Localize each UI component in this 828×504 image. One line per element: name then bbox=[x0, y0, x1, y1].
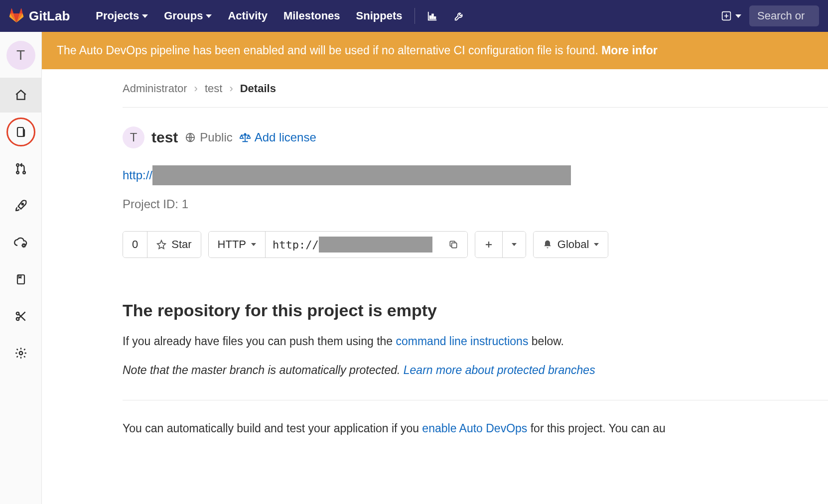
nav-activity-label: Activity bbox=[228, 9, 267, 22]
rocket-icon bbox=[14, 199, 27, 212]
nav-activity[interactable]: Activity bbox=[220, 4, 275, 27]
breadcrumb-separator: › bbox=[194, 82, 198, 95]
svg-point-9 bbox=[22, 245, 25, 247]
breadcrumb-item[interactable]: Administrator bbox=[123, 82, 187, 95]
push-prefix: If you already have files you can push t… bbox=[123, 335, 396, 348]
banner-link[interactable]: More infor bbox=[601, 44, 657, 57]
action-button-row: 0 Star HTTP http:// bbox=[123, 231, 828, 258]
add-dropdown-group bbox=[475, 231, 526, 258]
svg-point-7 bbox=[23, 171, 25, 174]
home-icon bbox=[14, 89, 27, 102]
sidebar-project-home[interactable] bbox=[0, 78, 42, 113]
copy-icon bbox=[448, 240, 458, 250]
chevron-down-icon bbox=[512, 243, 517, 246]
cloud-gear-icon bbox=[14, 236, 28, 250]
svg-rect-0 bbox=[429, 16, 431, 19]
project-url-link[interactable]: http:// bbox=[123, 168, 152, 182]
nav-projects[interactable]: Projects bbox=[88, 4, 156, 27]
svg-point-5 bbox=[16, 164, 19, 166]
svg-rect-1 bbox=[432, 14, 433, 18]
gitlab-brand-text: GitLab bbox=[29, 8, 70, 24]
add-button[interactable] bbox=[475, 232, 503, 257]
navbar-divider bbox=[414, 8, 415, 24]
nav-groups[interactable]: Groups bbox=[156, 4, 220, 27]
cli-instructions-link[interactable]: command line instructions bbox=[396, 335, 529, 348]
autodevops-text: You can automatically build and test you… bbox=[123, 420, 828, 436]
project-url-display: http:// bbox=[123, 165, 828, 185]
section-divider bbox=[123, 400, 828, 400]
push-instructions-text: If you already have files you can push t… bbox=[123, 333, 828, 349]
note-prefix: Note that the master branch is automatic… bbox=[123, 364, 404, 377]
push-suffix: below. bbox=[528, 335, 564, 348]
protected-branch-note: Note that the master branch is automatic… bbox=[123, 362, 828, 378]
add-dropdown-toggle[interactable] bbox=[503, 232, 526, 257]
merge-request-icon bbox=[14, 162, 27, 175]
plus-icon bbox=[484, 240, 493, 249]
chevron-down-icon bbox=[594, 243, 599, 246]
globe-icon bbox=[185, 132, 196, 143]
visibility-label: Public bbox=[200, 130, 232, 144]
nav-admin-button[interactable] bbox=[446, 5, 473, 26]
nav-snippets-label: Snippets bbox=[356, 9, 403, 22]
notification-label: Global bbox=[557, 238, 589, 251]
svg-rect-16 bbox=[451, 243, 456, 248]
auto-suffix: for this project. You can au bbox=[527, 422, 665, 435]
redacted-url bbox=[152, 165, 571, 185]
project-name: test bbox=[151, 129, 178, 146]
protocol-label: HTTP bbox=[218, 238, 246, 251]
copy-url-button[interactable] bbox=[439, 232, 467, 257]
scissors-icon bbox=[14, 310, 27, 323]
plus-square-icon bbox=[721, 11, 731, 21]
star-label: Star bbox=[171, 238, 191, 251]
clone-url-input[interactable]: http:// bbox=[266, 232, 439, 257]
repository-icon bbox=[15, 126, 27, 138]
auto-prefix: You can automatically build and test you… bbox=[123, 422, 422, 435]
sidebar-settings[interactable] bbox=[0, 336, 42, 371]
redacted-clone-url bbox=[319, 237, 432, 252]
notification-dropdown[interactable]: Global bbox=[533, 231, 609, 258]
nav-plus-dropdown[interactable] bbox=[713, 6, 749, 26]
nav-milestones-label: Milestones bbox=[283, 9, 340, 22]
enable-autodevops-link[interactable]: enable Auto DevOps bbox=[422, 422, 527, 435]
nav-snippets[interactable]: Snippets bbox=[348, 4, 411, 27]
nav-projects-label: Projects bbox=[96, 9, 139, 22]
gitlab-logo[interactable]: GitLab bbox=[9, 8, 70, 24]
nav-milestones[interactable]: Milestones bbox=[276, 4, 348, 27]
breadcrumb-current: Details bbox=[240, 82, 276, 95]
svg-point-12 bbox=[16, 318, 18, 320]
book-icon bbox=[15, 273, 27, 286]
empty-repo-title: The repository for this project is empty bbox=[123, 301, 828, 320]
nav-analytics-button[interactable] bbox=[419, 5, 446, 26]
protected-branches-link[interactable]: Learn more about protected branches bbox=[404, 364, 595, 377]
breadcrumb-item[interactable]: test bbox=[205, 82, 222, 95]
search-input[interactable]: Search or bbox=[749, 5, 819, 26]
svg-point-11 bbox=[16, 312, 18, 315]
bell-icon bbox=[543, 240, 552, 250]
add-license-link[interactable]: Add license bbox=[240, 130, 316, 144]
chevron-down-icon bbox=[206, 14, 212, 18]
chart-icon bbox=[427, 10, 438, 21]
banner-text: The Auto DevOps pipeline has been enable… bbox=[57, 44, 601, 57]
gear-icon bbox=[14, 347, 27, 360]
gitlab-icon bbox=[9, 8, 24, 23]
sidebar-merge-requests[interactable] bbox=[0, 151, 42, 186]
svg-point-8 bbox=[21, 203, 23, 205]
project-avatar[interactable]: T bbox=[6, 41, 35, 70]
sidebar-repository[interactable] bbox=[0, 115, 42, 149]
clone-group: HTTP http:// bbox=[208, 231, 468, 258]
sidebar-wiki[interactable] bbox=[0, 262, 42, 297]
main-content: The Auto DevOps pipeline has been enable… bbox=[42, 32, 828, 504]
add-license-label: Add license bbox=[255, 130, 316, 144]
chevron-down-icon bbox=[142, 14, 148, 18]
left-sidebar: T bbox=[0, 32, 42, 504]
svg-rect-4 bbox=[17, 127, 23, 136]
sidebar-cicd[interactable] bbox=[0, 188, 42, 223]
star-button-group: 0 Star bbox=[123, 231, 201, 258]
sidebar-snippets[interactable] bbox=[0, 299, 42, 334]
autodevops-banner: The Auto DevOps pipeline has been enable… bbox=[42, 32, 828, 69]
chevron-down-icon bbox=[735, 14, 741, 18]
project-id: Project ID: 1 bbox=[123, 197, 828, 211]
protocol-dropdown[interactable]: HTTP bbox=[209, 232, 266, 257]
sidebar-operations[interactable] bbox=[0, 225, 42, 260]
star-button[interactable]: Star bbox=[147, 232, 200, 257]
